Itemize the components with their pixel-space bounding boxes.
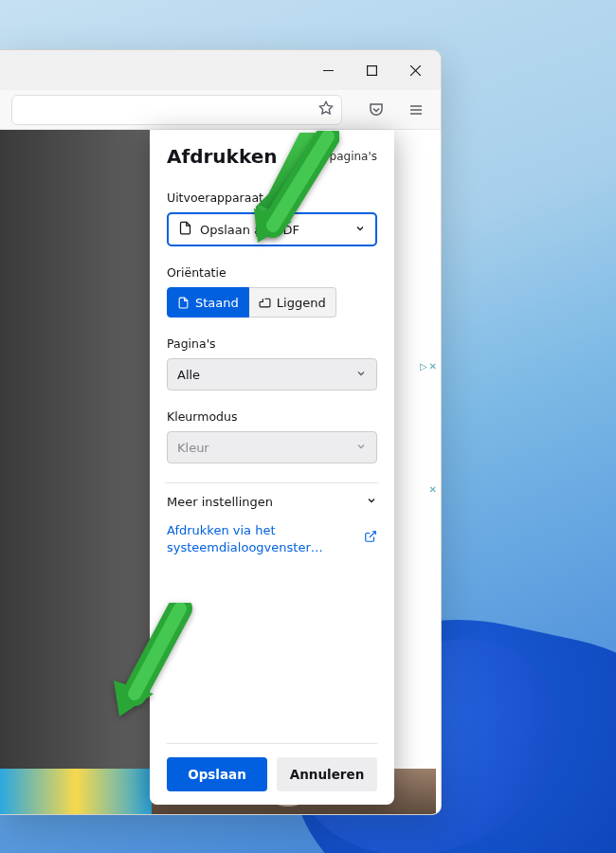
thumbnail [0,769,152,814]
ad-marker-corner: ✕ [429,484,437,495]
chevron-down-icon [354,223,366,237]
external-link-icon [364,530,377,548]
bookmark-star-icon[interactable] [318,100,334,119]
window-titlebar [0,50,441,90]
print-dialog: Afdrukken 11 pagina's Uitvoerapparaat Op… [150,130,394,805]
document-icon [178,221,192,238]
orientation-portrait-button[interactable]: Staand [167,287,249,318]
pages-label: Pagina's [167,336,377,351]
hamburger-menu-icon[interactable] [403,97,429,123]
maximize-button[interactable] [350,50,393,90]
pocket-icon[interactable] [363,97,390,123]
svg-rect-1 [367,65,376,75]
orientation-landscape-button[interactable]: Liggend [249,287,336,318]
dialog-title: Afdrukken [167,145,277,168]
chevron-down-icon [366,495,377,509]
browser-toolbar [0,90,441,130]
print-preview-dark-area [0,130,150,814]
output-device-dropdown[interactable]: Opslaan als PDF [167,212,377,246]
dialog-footer: Opslaan Annuleren [167,743,377,791]
pages-dropdown[interactable]: Alle [167,358,377,390]
svg-marker-4 [319,101,332,114]
orientation-label: Oriëntatie [167,265,377,280]
color-mode-value: Kleur [177,441,209,455]
color-mode-dropdown[interactable]: Kleur [167,431,377,463]
close-button[interactable] [393,50,437,90]
save-button[interactable]: Opslaan [167,757,267,791]
pages-value: Alle [177,368,200,382]
chevron-down-icon [355,368,367,382]
content-area: ▷✕ ✕ Afdrukken 11 pagina's Uitvoerappara… [0,130,441,814]
output-device-value: Opslaan als PDF [200,223,299,237]
svg-line-8 [370,532,375,537]
more-settings-toggle[interactable]: Meer instellingen [167,495,377,509]
system-dialog-link[interactable]: Afdrukken via het systeemdialoogvenster… [167,522,328,555]
minimize-button[interactable] [306,50,350,90]
chevron-down-icon [355,441,367,455]
ad-marker: ▷✕ [420,361,437,372]
color-mode-label: Kleurmodus [167,409,377,424]
address-bar[interactable] [11,95,342,125]
page-count: 11 pagina's [311,150,377,163]
browser-window: ▷✕ ✕ Afdrukken 11 pagina's Uitvoerappara… [0,49,442,815]
cancel-button[interactable]: Annuleren [277,757,377,791]
divider [165,482,379,483]
output-device-label: Uitvoerapparaat [167,191,377,205]
